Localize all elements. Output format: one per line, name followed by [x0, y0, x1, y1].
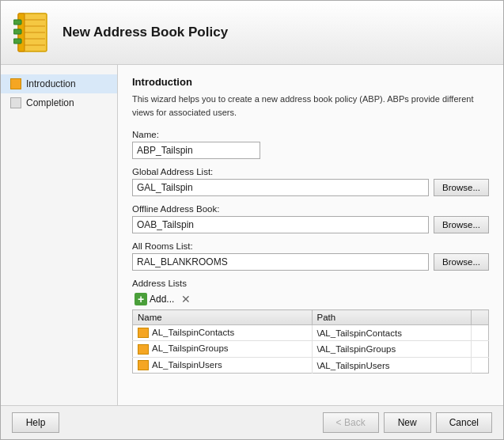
footer-left: Help — [12, 412, 59, 433]
table-row[interactable]: AL_TailspinUsers\AL_TailspinUsers — [133, 357, 489, 373]
table-cell-name: AL_TailspinUsers — [133, 357, 313, 373]
rooms-browse-button[interactable]: Browse... — [434, 253, 489, 271]
content-area: Introduction This wizard helps you to cr… — [118, 65, 503, 405]
oab-field-row: Browse... — [132, 216, 489, 233]
sidebar-label-introduction: Introduction — [26, 78, 76, 89]
sidebar-item-completion[interactable]: Completion — [1, 93, 117, 112]
gal-input[interactable] — [132, 179, 429, 196]
col-extra-header — [472, 310, 489, 325]
dialog-header: New Address Book Policy — [1, 1, 503, 65]
dialog-footer: Help < Back New Cancel — [1, 405, 503, 439]
col-path-header: Path — [312, 310, 472, 325]
oab-browse-button[interactable]: Browse... — [434, 216, 489, 233]
oab-field-group: Offline Address Book: Browse... — [132, 204, 489, 233]
add-label: Add... — [150, 294, 174, 305]
introduction-icon — [10, 78, 21, 89]
table-cell-path: \AL_TailspinUsers — [312, 357, 472, 373]
table-cell-name: AL_TailspinGroups — [133, 341, 313, 357]
table-cell-name: AL_TailspinContacts — [133, 325, 313, 341]
gal-browse-button[interactable]: Browse... — [434, 179, 489, 196]
content-title: Introduction — [132, 76, 489, 88]
name-label: Name: — [132, 130, 489, 139]
gal-label: Global Address List: — [132, 167, 489, 176]
new-button[interactable]: New — [384, 412, 431, 433]
sidebar-label-completion: Completion — [26, 97, 74, 108]
name-input[interactable] — [132, 142, 260, 159]
rooms-field-row: Browse... — [132, 253, 489, 271]
sidebar: Introduction Completion — [1, 65, 118, 405]
content-description: This wizard helps you to create a new ad… — [132, 93, 489, 119]
table-cell-extra — [472, 357, 489, 373]
rooms-field-group: All Rooms List: Browse... — [132, 241, 489, 271]
row-folder-icon — [138, 344, 149, 355]
dialog-window: New Address Book Policy Introduction Com… — [0, 0, 504, 440]
table-row[interactable]: AL_TailspinGroups\AL_TailspinGroups — [133, 341, 489, 357]
svg-rect-8 — [13, 29, 21, 34]
help-button[interactable]: Help — [12, 412, 59, 433]
back-button[interactable]: < Back — [323, 412, 379, 433]
address-lists-label: Address Lists — [132, 279, 489, 288]
row-folder-icon — [138, 328, 149, 338]
col-name-header: Name — [133, 310, 313, 325]
svg-rect-9 — [13, 39, 21, 44]
rooms-label: All Rooms List: — [132, 241, 489, 251]
footer-right: < Back New Cancel — [323, 412, 492, 433]
dialog-title: New Address Book Policy — [63, 25, 228, 40]
table-cell-extra — [472, 341, 489, 357]
gal-field-row: Browse... — [132, 179, 489, 196]
table-cell-path: \AL_TailspinContacts — [312, 325, 472, 341]
table-cell-extra — [472, 325, 489, 341]
address-table: Name Path AL_TailspinContacts\AL_Tailspi… — [132, 309, 489, 374]
table-row[interactable]: AL_TailspinContacts\AL_TailspinContacts — [133, 325, 489, 341]
oab-label: Offline Address Book: — [132, 204, 489, 214]
oab-input[interactable] — [132, 216, 429, 233]
dialog-body: Introduction Completion Introduction Thi… — [1, 65, 503, 405]
address-lists-toolbar: + Add... ✕ — [132, 292, 489, 306]
rooms-input[interactable] — [132, 253, 429, 271]
row-folder-icon — [138, 360, 149, 370]
sidebar-item-introduction[interactable]: Introduction — [1, 74, 117, 93]
table-header-row: Name Path — [133, 310, 489, 325]
completion-icon — [10, 97, 21, 108]
remove-icon[interactable]: ✕ — [181, 293, 191, 305]
gal-field-group: Global Address List: Browse... — [132, 167, 489, 196]
svg-rect-7 — [13, 20, 21, 25]
address-book-icon — [13, 12, 51, 53]
add-button[interactable]: + Add... — [132, 292, 176, 306]
table-cell-path: \AL_TailspinGroups — [312, 341, 472, 357]
add-icon: + — [135, 293, 147, 305]
name-field-group: Name: — [132, 130, 489, 159]
cancel-button[interactable]: Cancel — [436, 412, 492, 433]
address-lists-section: Address Lists + Add... ✕ Name Path — [132, 279, 489, 374]
